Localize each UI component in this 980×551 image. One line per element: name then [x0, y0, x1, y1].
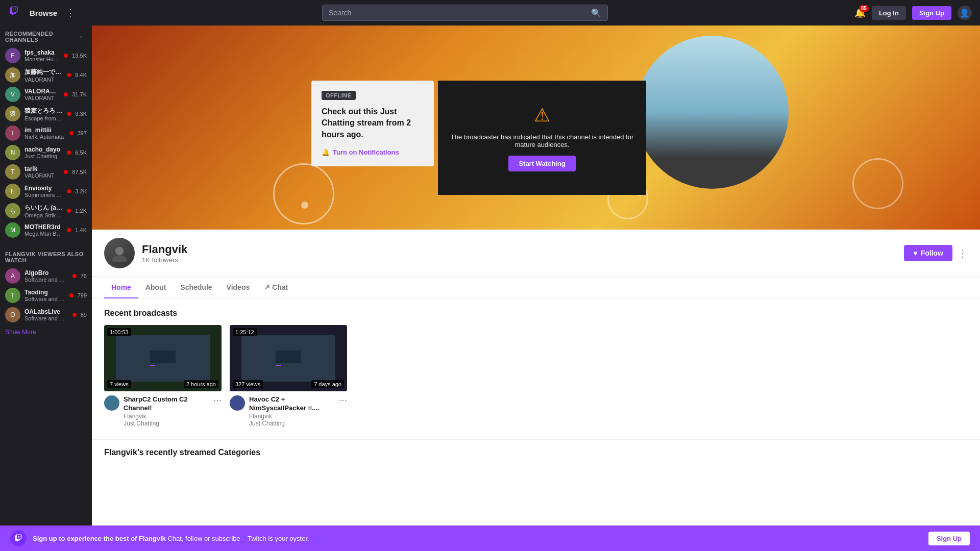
- channel-avatar: [104, 238, 135, 268]
- sidebar-item-name: nacho_dayo: [24, 146, 63, 153]
- broadcast-views: 327 views: [233, 380, 263, 388]
- browse-label[interactable]: Browse: [30, 9, 57, 17]
- banner-signup-button[interactable]: Sign Up: [928, 532, 970, 545]
- tab-about[interactable]: About: [138, 277, 173, 298]
- sidebar-avatar: O: [5, 307, 20, 322]
- tab-home[interactable]: Home: [104, 277, 138, 298]
- tab-schedule[interactable]: Schedule: [173, 277, 219, 298]
- sidebar-item[interactable]: T tarik VALORANT 87.5K: [0, 162, 92, 182]
- sidebar-item[interactable]: E Enviosity Summoners War: C... 3.2K: [0, 182, 92, 201]
- sidebar-collapse-button[interactable]: ←: [79, 32, 87, 41]
- sidebar-item-game: Software and Gam...: [24, 315, 68, 321]
- hero-decoration-circle-1: [273, 163, 334, 224]
- sidebar-item-count: 1.2K: [75, 208, 87, 214]
- sidebar-avatar: V: [5, 87, 20, 102]
- broadcast-screen: [116, 335, 210, 382]
- hero-decoration-circle-3: [852, 158, 903, 209]
- bottom-signup-banner: Sign up to experience the best of Flangv…: [0, 525, 980, 551]
- broadcast-meta-info: SharpC2 Custom C2 Channel! Flangvik Just…: [124, 395, 209, 427]
- sidebar-item[interactable]: M MOTHER3rd Mega Man Battle ... 1.4K: [0, 220, 92, 240]
- sidebar-item-name: Tsoding: [24, 289, 65, 296]
- broadcast-age: 2 hours ago: [184, 380, 218, 388]
- sidebar-item-count: 1.4K: [75, 227, 87, 233]
- sidebar-item-count: 397: [78, 130, 87, 136]
- broadcasts-title: Recent broadcasts: [104, 309, 968, 318]
- live-indicator: [72, 313, 77, 317]
- topnav-right: 🔔 85 Log In Sign Up 👤: [854, 6, 972, 20]
- svg-rect-7: [276, 350, 301, 363]
- broadcast-more-button[interactable]: ⋯: [213, 395, 222, 405]
- sidebar-item[interactable]: ら らいじん (alfrea) Omega Strikers 1.2K: [0, 201, 92, 220]
- broadcast-meta-info: Havoc C2 + NimSyscallPacker =.... Flangv…: [249, 395, 335, 427]
- warning-icon: ⚠: [534, 105, 550, 126]
- tab-chat[interactable]: ↗ Chat: [257, 277, 295, 298]
- broadcast-more-button[interactable]: ⋯: [339, 395, 347, 405]
- start-watching-button[interactable]: Start Watching: [508, 156, 575, 171]
- sidebar-item-game: Software and Gam...: [24, 296, 65, 302]
- turn-on-notifications-link[interactable]: 🔔 Turn on Notifications: [322, 148, 424, 156]
- offline-badge: OFFLINE: [322, 91, 356, 100]
- recommended-label: Recommended Channels: [5, 31, 79, 43]
- sidebar-avatar: M: [5, 222, 20, 238]
- channel-more-button[interactable]: ⋮: [958, 247, 968, 259]
- sidebar-also-watch-item[interactable]: A AlgoBro Software and Gam... 76: [0, 266, 92, 286]
- recent-broadcasts-section: Recent broadcasts 1:00:53 7 views 2 hour…: [92, 298, 980, 439]
- main-content: OFFLINE Check out this Just Chatting str…: [92, 26, 980, 551]
- sidebar-avatar: E: [5, 184, 20, 199]
- bell-icon: 🔔: [322, 148, 330, 156]
- sidebar-item[interactable]: V VALORANT_Amer... VALORANT 31.7K: [0, 85, 92, 104]
- hero-decoration-dot-1: [301, 202, 308, 209]
- channel-followers: 1K followers: [142, 256, 187, 264]
- channel-name: Flangvik: [142, 243, 187, 256]
- sidebar-item-game: Mega Man Battle ...: [24, 231, 63, 237]
- live-indicator: [69, 131, 74, 135]
- sidebar-item-count: 13.5K: [72, 53, 87, 59]
- sidebar-item[interactable]: 猿 猿麦とろろ (tororo... Escape from Tarkov 3.…: [0, 104, 92, 123]
- follow-button[interactable]: ♥ Follow: [904, 245, 952, 261]
- sidebar-item[interactable]: 加 加藤純一です (kato... VALORANT 9.4K: [0, 65, 92, 85]
- sidebar-item-game: Software and Gam...: [24, 277, 68, 283]
- broadcast-title: Havoc C2 + NimSyscallPacker =....: [249, 395, 335, 413]
- show-more-link[interactable]: Show More: [0, 324, 92, 340]
- sidebar: Recommended Channels ← F fps_shaka Monst…: [0, 26, 92, 551]
- sidebar-also-watch-item[interactable]: T Tsoding Software and Gam... 799: [0, 286, 92, 305]
- sidebar-avatar: ら: [5, 203, 20, 218]
- sidebar-item[interactable]: I im_mittiii NieR: Automata 397: [0, 123, 92, 143]
- broadcast-card[interactable]: 1:25:12 327 views 7 days ago Havoc C2 + …: [230, 325, 347, 429]
- search-button[interactable]: 🔍: [585, 5, 607, 20]
- sidebar-item-info: Tsoding Software and Gam...: [24, 289, 65, 302]
- sidebar-item[interactable]: N nacho_dayo Just Chatting 6.5K: [0, 143, 92, 162]
- sidebar-avatar: N: [5, 145, 20, 160]
- recommended-channels-header: Recommended Channels ←: [0, 26, 92, 46]
- sidebar-item-info: fps_shaka Monster Hunter ...: [24, 49, 60, 62]
- broadcast-age: 7 days ago: [311, 380, 344, 388]
- signup-button[interactable]: Sign Up: [912, 6, 951, 20]
- sidebar-item-count: 6.5K: [75, 149, 87, 156]
- sidebar-item-info: MOTHER3rd Mega Man Battle ...: [24, 223, 63, 237]
- user-avatar[interactable]: 👤: [958, 6, 972, 20]
- sidebar-item[interactable]: F fps_shaka Monster Hunter ... 13.5K: [0, 46, 92, 65]
- sidebar-item-name: 猿麦とろろ (tororo...: [24, 107, 63, 115]
- live-indicator: [67, 73, 71, 77]
- login-button[interactable]: Log In: [872, 6, 906, 20]
- sidebar-item-name: im_mittiii: [24, 127, 65, 134]
- broadcast-streamer-avatar: [230, 395, 245, 411]
- sidebar-item-game: Summoners War: C...: [24, 192, 63, 198]
- sidebar-also-watch-item[interactable]: O OALabsLive Software and Gam... 89: [0, 305, 92, 324]
- tab-videos[interactable]: Videos: [219, 277, 257, 298]
- live-indicator: [64, 170, 68, 174]
- sidebar-item-game: Escape from Tarkov: [24, 115, 63, 121]
- categories-title: Flangvik's recently streamed Categories: [104, 448, 968, 457]
- broadcast-thumbnail: 1:25:12 327 views 7 days ago: [230, 325, 347, 391]
- offline-card: OFFLINE Check out this Just Chatting str…: [311, 81, 434, 166]
- notifications-button[interactable]: 🔔 85: [854, 7, 866, 18]
- search-input[interactable]: [323, 9, 585, 17]
- broadcast-duration: 1:25:12: [233, 328, 257, 336]
- channel-info: Flangvik 1K followers ♥ Follow ⋮: [92, 230, 980, 277]
- broadcast-card[interactable]: 1:00:53 7 views 2 hours ago SharpC2 Cust…: [104, 325, 222, 429]
- sidebar-item-name: OALabsLive: [24, 308, 68, 315]
- sidebar-item-name: fps_shaka: [24, 49, 60, 56]
- sidebar-item-game: VALORANT: [24, 77, 63, 83]
- more-options-icon[interactable]: ⋮: [65, 7, 76, 19]
- mature-content-overlay: ⚠ The broadcaster has indicated that thi…: [438, 81, 646, 195]
